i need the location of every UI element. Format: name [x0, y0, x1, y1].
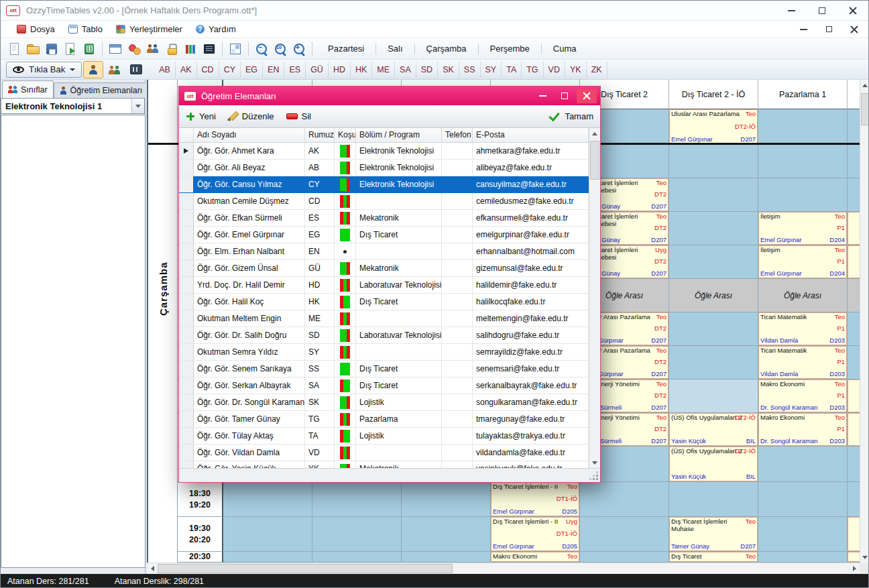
teacher-code-sk[interactable]: SK — [438, 62, 459, 78]
course-cell[interactable]: Dış Ticaret İşlemleri MuhaseTamer GünayT… — [669, 517, 758, 552]
course-cell[interactable]: (ÜS) Ofis Uygulamaları 2Yasin KüçükDT2-İ… — [669, 447, 758, 482]
course-cell[interactable]: (ÜS) Ofis Uygulamaları 2Yasin KüçükDT2-İ… — [669, 413, 758, 447]
timetable-cell[interactable] — [848, 447, 860, 482]
menu-dosya[interactable]: Dosya — [10, 22, 62, 36]
teacher-code-ss[interactable]: SS — [459, 62, 481, 78]
teacher-row[interactable]: Öğr. Gör. Cansu YılmazCYElektronik Tekno… — [179, 176, 589, 193]
teacher-row[interactable]: Öğr. Gör. Ali BeyazABElektronik Teknoloj… — [179, 160, 589, 176]
dialog-scroll-thumb[interactable] — [590, 141, 599, 180]
class-view-button[interactable] — [105, 61, 125, 78]
timetable-cell[interactable] — [758, 178, 848, 212]
teacher-row[interactable]: Öğr. Gör. Yasin KüçükYKMekatronikyasinku… — [179, 461, 589, 468]
teacher-row[interactable]: Okutman Semra YıldızSYsemrayildiz@fake.e… — [179, 344, 589, 361]
teacher-row[interactable]: Öğr. Gör. Senem SarıkayaSSDış Ticaretsen… — [179, 361, 589, 377]
timetable-cell[interactable] — [848, 346, 860, 379]
timetable-cell[interactable] — [669, 212, 758, 245]
course-cell[interactable]: Makro EkonomiDr. Songül KaramanTeoP1D203 — [758, 413, 848, 447]
open-file-button[interactable] — [23, 40, 42, 58]
course-cell[interactable] — [848, 212, 860, 245]
course-cell[interactable]: Makro EkonomiDr. Songül KaramanTeoP1D203 — [758, 379, 848, 413]
teacher-code-yk[interactable]: YK — [565, 62, 587, 78]
day-tab-5[interactable]: Cuma — [545, 40, 585, 57]
teacher-code-hk[interactable]: HK — [351, 62, 372, 78]
teacher-row[interactable]: Öğr. Gör. Tamer GünayTGPazarlamatmaregun… — [179, 411, 589, 428]
teacher-code-tg[interactable]: TG — [522, 62, 543, 78]
course-cell[interactable]: Dış Ticaret İşlemleri - IIEmel GürpınarT… — [491, 482, 580, 517]
teacher-row[interactable]: Okutman Meltem EnginMEmeltemengin@fake.e… — [179, 310, 589, 327]
combo-arrow-button[interactable] — [131, 99, 144, 113]
teacher-view-button[interactable] — [83, 61, 103, 78]
timetable-cell[interactable] — [758, 109, 848, 145]
course-cell[interactable]: Uluslar Arası PazarlamaEmel GürpınarTeoD… — [669, 109, 758, 145]
timetable-cell[interactable] — [312, 517, 402, 552]
vertical-scroll-thumb[interactable] — [861, 93, 869, 125]
horizontal-scroll-thumb[interactable] — [158, 564, 453, 573]
teacher-row[interactable]: Öğr. Gör. Serkan AlbayrakSADış Ticaretse… — [179, 377, 589, 394]
zoom-in-button[interactable] — [290, 40, 308, 58]
menu-tablo[interactable]: Tablo — [62, 22, 109, 36]
save-button[interactable] — [42, 40, 61, 58]
dialog-minimize-button[interactable] — [532, 89, 553, 103]
timetable-cell[interactable] — [758, 552, 848, 563]
teacher-code-vd[interactable]: VD — [544, 62, 565, 78]
teacher-row[interactable]: Öğr. Gör. Efkan SürmeliESMekatronikefkan… — [179, 210, 589, 227]
class-selector[interactable]: Elektronik Teknolojisi 1 — [1, 98, 145, 114]
teacher-code-en[interactable]: EN — [263, 62, 284, 78]
timetable-horizontal-scrollbar[interactable] — [147, 563, 860, 574]
timetable-cell[interactable] — [848, 109, 860, 145]
timetable-cell[interactable] — [580, 517, 669, 552]
timetable-cell[interactable] — [758, 517, 848, 552]
course-cell[interactable]: Makro EkonomiTeo — [491, 552, 580, 563]
course-cell[interactable]: Dış TicaretTeo — [669, 552, 758, 563]
teacher-code-gü[interactable]: GÜ — [306, 62, 329, 78]
course-cell[interactable] — [848, 245, 860, 279]
course-cell[interactable] — [848, 413, 860, 447]
class-list[interactable] — [1, 115, 146, 568]
teacher-row[interactable]: Öğr. Gör. Gizem ÜnsalGÜMekatronikgizemun… — [179, 260, 589, 277]
delete-teacher-button[interactable]: Sil — [286, 111, 311, 121]
timetable-cell[interactable] — [312, 482, 402, 517]
teacher-code-ta[interactable]: TA — [502, 62, 522, 78]
teacher-row[interactable]: Öğr. Gör. Tülay AktaşTALojistiktulayakta… — [179, 428, 589, 445]
course-cell[interactable] — [848, 552, 860, 563]
teacher-row[interactable]: Öğr. Gör. Dr. Songül KaramanSKLojistikso… — [179, 394, 589, 411]
course-cell[interactable]: İletişimEmel GürpınarTeoP1D204 — [758, 245, 848, 279]
teacher-code-hd[interactable]: HD — [329, 62, 351, 78]
ok-button[interactable]: Tamam — [547, 111, 593, 121]
teacher-code-ak[interactable]: AK — [176, 62, 197, 78]
timetable-cell[interactable] — [669, 145, 758, 178]
teacher-code-cd[interactable]: CD — [197, 62, 219, 78]
click-view-button[interactable]: Tıkla Bak — [6, 62, 82, 78]
menu-yardim[interactable]: Yardım — [189, 22, 243, 36]
dialog-maximize-button[interactable] — [555, 89, 575, 103]
scroll-up-button[interactable] — [589, 128, 600, 139]
timetable-cell[interactable] — [848, 178, 860, 212]
mdi-close-button[interactable] — [848, 24, 860, 35]
teacher-row[interactable]: Yrd. Doç. Dr. Halil DemirHDLaboratuvar T… — [179, 277, 589, 294]
day-tab-3[interactable]: Çarşamba — [418, 40, 475, 57]
teachers-button[interactable] — [143, 40, 162, 58]
export-excel-button[interactable] — [80, 40, 99, 58]
course-cell[interactable]: Ticari MatematikVildan DamlaTeoP1D203 — [758, 346, 848, 379]
tab-classes[interactable]: Sınıflar — [2, 80, 54, 98]
schedule-view-button[interactable] — [126, 61, 146, 78]
timetable-cell[interactable] — [758, 447, 848, 482]
timetable-cell[interactable] — [312, 552, 402, 563]
mdi-minimize-button[interactable] — [797, 24, 809, 35]
day-tab-1[interactable]: Pazartesi — [320, 40, 372, 57]
teacher-row[interactable]: Öğr. Gör. Ahmet KaraAKElektronik Teknolo… — [179, 143, 589, 160]
teacher-code-eg[interactable]: EG — [241, 62, 263, 78]
timetable-cell[interactable] — [758, 145, 848, 178]
lock-button[interactable] — [162, 40, 181, 58]
library-button[interactable] — [181, 40, 200, 58]
teacher-row[interactable]: Okutman Cemile DüşmezCDcemiledusmez@fake… — [179, 193, 589, 210]
table-button[interactable] — [106, 40, 125, 58]
new-teacher-button[interactable]: Yeni — [186, 111, 216, 121]
timetable-cell[interactable] — [223, 517, 312, 552]
course-cell[interactable]: İletişimEmel GürpınarTeoP1D204 — [758, 212, 848, 245]
menu-yerlestirmeler[interactable]: Yerleştirmeler — [109, 22, 189, 36]
scroll-right-button[interactable] — [849, 563, 860, 574]
mdi-restore-button[interactable] — [823, 24, 835, 35]
export-file-button[interactable] — [61, 40, 80, 58]
timetable-cell[interactable] — [669, 178, 758, 212]
